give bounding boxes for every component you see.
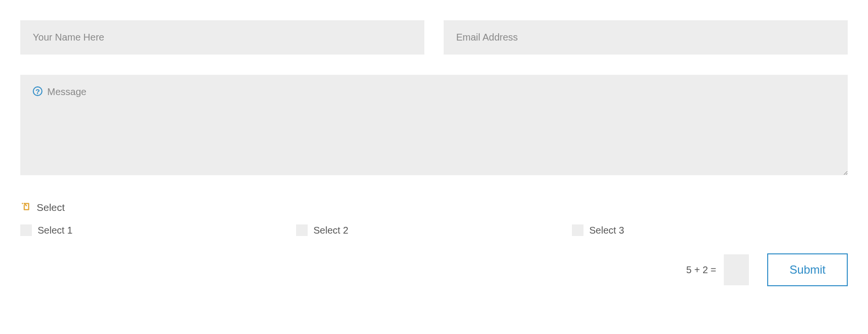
checkbox-row: Select 1 Select 2 Select 3: [20, 224, 848, 236]
email-input[interactable]: [444, 20, 848, 55]
checkbox-item-3[interactable]: Select 3: [572, 224, 848, 236]
name-input[interactable]: [20, 20, 424, 55]
message-textarea[interactable]: [20, 75, 848, 175]
svg-point-0: [22, 203, 23, 204]
checkbox-label: Select 3: [589, 225, 624, 236]
captcha-input[interactable]: [724, 254, 749, 285]
submit-row: 5 + 2 = Submit: [20, 253, 848, 286]
checkbox-box[interactable]: [20, 224, 32, 236]
checkbox-item-1[interactable]: Select 1: [20, 224, 296, 236]
checkbox-item-2[interactable]: Select 2: [296, 224, 572, 236]
captcha-question: 5 + 2 =: [686, 264, 716, 276]
contact-form: ? Select Select 1 Select 2: [20, 20, 848, 286]
message-wrapper: ?: [20, 75, 848, 177]
select-header: Select: [20, 201, 848, 214]
checkbox-label: Select 2: [313, 225, 348, 236]
arrow-corner-icon: [20, 201, 31, 214]
checkbox-label: Select 1: [38, 225, 72, 236]
checkbox-box[interactable]: [296, 224, 308, 236]
checkbox-box[interactable]: [572, 224, 583, 236]
input-row: [20, 20, 848, 55]
select-section: Select Select 1 Select 2 Select 3: [20, 201, 848, 236]
submit-button[interactable]: Submit: [767, 253, 848, 286]
select-label: Select: [37, 202, 65, 213]
